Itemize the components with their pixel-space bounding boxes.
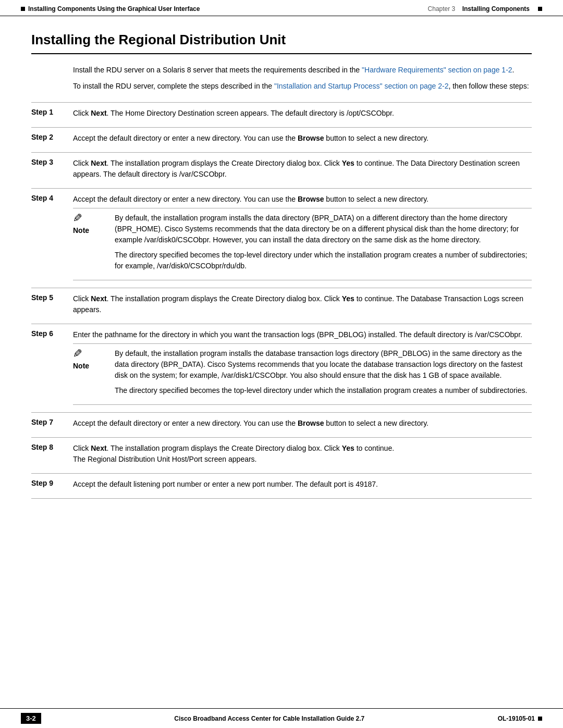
header-bar-end bbox=[538, 7, 542, 11]
step-row-1: Step 1Click Next. The Home Directory Des… bbox=[31, 103, 532, 128]
intro-para1-end: . bbox=[512, 66, 515, 74]
step-label-6: Step 6 bbox=[31, 329, 73, 338]
step-label-9: Step 9 bbox=[31, 479, 73, 487]
step-content-5: Click Next. The installation program dis… bbox=[73, 293, 532, 318]
note-content-6: By default, the installation program ins… bbox=[115, 348, 532, 400]
footer-left: 3-2 bbox=[21, 713, 41, 724]
step-row-3: Step 3Click Next. The installation progr… bbox=[31, 153, 532, 189]
note-content-4: By default, the installation program ins… bbox=[115, 213, 532, 276]
intro-para1: Install the RDU server on a Solaris 8 se… bbox=[73, 65, 532, 76]
intro-link2[interactable]: "Installation and Startup Process" secti… bbox=[274, 82, 448, 90]
step-text-3: Click Next. The installation program dis… bbox=[73, 158, 532, 180]
header-left: Installing Components Using the Graphica… bbox=[21, 5, 200, 13]
footer-right-text: OL-19105-01 bbox=[498, 715, 535, 722]
page-header: Installing Components Using the Graphica… bbox=[0, 0, 563, 16]
intro-link1[interactable]: "Hardware Requirements" section on page … bbox=[362, 66, 512, 74]
step-label-8: Step 8 bbox=[31, 443, 73, 451]
note-para2-4: The directory specified becomes the top-… bbox=[115, 250, 532, 272]
footer-center: Cisco Broadband Access Center for Cable … bbox=[174, 715, 364, 722]
intro-para2: To install the RDU server, complete the … bbox=[73, 81, 532, 92]
step-content-1: Click Next. The Home Directory Destinati… bbox=[73, 108, 532, 122]
steps-section: Step 1Click Next. The Home Directory Des… bbox=[31, 102, 532, 499]
step-label-1: Step 1 bbox=[31, 108, 73, 116]
chapter-title: Installing Components bbox=[462, 5, 530, 13]
note-icon-col-6: ✎Note bbox=[73, 348, 115, 372]
step-row-5: Step 5Click Next. The installation progr… bbox=[31, 288, 532, 324]
step-content-8: Click Next. The installation program dis… bbox=[73, 443, 532, 468]
step-row-7: Step 7Accept the default directory or en… bbox=[31, 413, 532, 438]
step-text-1: Click Next. The Home Directory Destinati… bbox=[73, 108, 532, 119]
step-text-7: Accept the default directory or enter a … bbox=[73, 418, 532, 429]
header-left-text: Installing Components Using the Graphica… bbox=[28, 5, 200, 13]
footer-bar-right bbox=[538, 717, 542, 721]
note-para2-6: The directory specified becomes the top-… bbox=[115, 385, 532, 396]
intro-para2-end: , then follow these steps: bbox=[448, 82, 529, 90]
step-row-6: Step 6Enter the pathname for the directo… bbox=[31, 324, 532, 413]
intro-para2-start: To install the RDU server, complete the … bbox=[73, 82, 274, 90]
step-text-6: Enter the pathname for the directory in … bbox=[73, 329, 532, 340]
main-content: Installing the Regional Distribution Uni… bbox=[0, 16, 563, 530]
step-content-3: Click Next. The installation program dis… bbox=[73, 158, 532, 183]
intro-para1-start: Install the RDU server on a Solaris 8 se… bbox=[73, 66, 362, 74]
note-para1-6: By default, the installation program ins… bbox=[115, 348, 532, 381]
note-block-4: ✎NoteBy default, the installation progra… bbox=[73, 208, 532, 280]
step-label-3: Step 3 bbox=[31, 158, 73, 166]
page-heading: Installing the Regional Distribution Uni… bbox=[31, 32, 532, 54]
step-content-2: Accept the default directory or enter a … bbox=[73, 133, 532, 147]
note-block-6: ✎NoteBy default, the installation progra… bbox=[73, 343, 532, 405]
header-square-icon bbox=[21, 7, 25, 11]
chapter-label: Chapter 3 bbox=[428, 5, 456, 13]
step-text-2: Accept the default directory or enter a … bbox=[73, 133, 532, 144]
footer-right: OL-19105-01 bbox=[498, 715, 542, 722]
header-right: Chapter 3 Installing Components bbox=[428, 5, 542, 13]
step-text-8: Click Next. The installation program dis… bbox=[73, 443, 532, 465]
step-content-9: Accept the default listening port number… bbox=[73, 479, 532, 493]
step-row-9: Step 9Accept the default listening port … bbox=[31, 474, 532, 499]
step-label-7: Step 7 bbox=[31, 418, 73, 426]
note-icon-col-4: ✎Note bbox=[73, 213, 115, 236]
step-label-2: Step 2 bbox=[31, 133, 73, 141]
intro-section: Install the RDU server on a Solaris 8 se… bbox=[31, 65, 532, 92]
footer-page-num: 3-2 bbox=[21, 713, 41, 724]
page-footer: 3-2 Cisco Broadband Access Center for Ca… bbox=[0, 708, 563, 728]
step-text-5: Click Next. The installation program dis… bbox=[73, 293, 532, 315]
step-content-7: Accept the default directory or enter a … bbox=[73, 418, 532, 432]
step-row-2: Step 2Accept the default directory or en… bbox=[31, 128, 532, 153]
step-label-4: Step 4 bbox=[31, 194, 73, 202]
note-label-4: Note bbox=[73, 225, 89, 236]
step-text-9: Accept the default listening port number… bbox=[73, 479, 532, 490]
step-text-4: Accept the default directory or enter a … bbox=[73, 194, 532, 205]
step-content-4: Accept the default directory or enter a … bbox=[73, 194, 532, 282]
note-label-6: Note bbox=[73, 361, 89, 372]
pencil-icon-4: ✎ bbox=[73, 213, 82, 224]
pencil-icon-6: ✎ bbox=[73, 348, 82, 360]
note-para1-4: By default, the installation program ins… bbox=[115, 213, 532, 245]
step-content-6: Enter the pathname for the directory in … bbox=[73, 329, 532, 407]
step-label-5: Step 5 bbox=[31, 293, 73, 302]
step-row-8: Step 8Click Next. The installation progr… bbox=[31, 438, 532, 474]
step-row-4: Step 4Accept the default directory or en… bbox=[31, 189, 532, 288]
